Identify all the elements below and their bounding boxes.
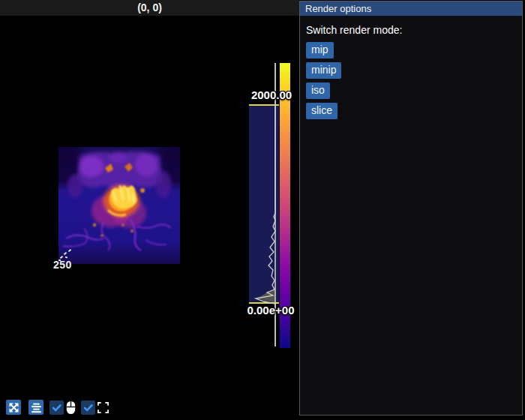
panzoom-checkbox[interactable] xyxy=(50,400,64,415)
subplot-toolbar xyxy=(6,400,109,415)
center-scene-button[interactable] xyxy=(28,400,44,415)
checkmark-icon xyxy=(82,402,94,413)
autoscale-button[interactable] xyxy=(6,400,21,415)
mouse-icon xyxy=(65,400,76,415)
render-options-panel: Render options Switch render mode: mip m… xyxy=(299,1,523,416)
mode-button-iso[interactable]: iso xyxy=(306,82,330,99)
mode-button-slice[interactable]: slice xyxy=(306,103,338,119)
switch-render-mode-label: Switch render mode: xyxy=(306,24,516,36)
lut-vmin-label: 0.00e+00 xyxy=(242,304,300,316)
expand-arrows-icon xyxy=(8,402,20,413)
volume-render-image[interactable] xyxy=(58,147,180,264)
mode-button-mip[interactable]: mip xyxy=(306,42,334,58)
mode-button-minip[interactable]: minip xyxy=(306,62,341,79)
panel-title-bar[interactable]: Render options xyxy=(300,2,522,16)
subplot-title: (0, 0) xyxy=(0,0,299,16)
application-window: (0, 0) xyxy=(0,0,525,420)
axis-tick-label: 250 xyxy=(53,259,72,271)
subplot-viewport[interactable]: (0, 0) xyxy=(0,0,299,420)
checkmark-icon xyxy=(51,402,62,413)
lut-vmax-label: 2000.00 xyxy=(244,88,298,101)
dashed-square-icon xyxy=(98,402,109,413)
align-center-icon xyxy=(31,402,42,413)
panel-body: Switch render mode: mip minip iso slice xyxy=(300,16,522,130)
maintain-aspect-checkbox[interactable] xyxy=(81,400,95,415)
